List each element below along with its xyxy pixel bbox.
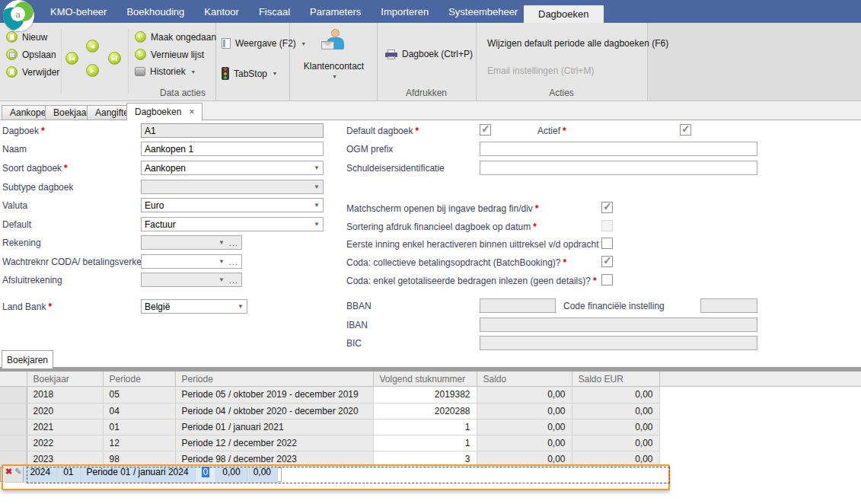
required-marker: * <box>415 126 419 136</box>
refresh-list-button[interactable]: ↻ Vernieuw lijst <box>135 49 204 60</box>
ogm-prefix-field[interactable] <box>480 142 757 156</box>
default-dagboek-checkbox[interactable]: ✓ <box>480 124 491 136</box>
label-bban: BBAN <box>346 301 372 311</box>
menu-item-kantoor[interactable]: Kantoor <box>204 6 239 18</box>
header-indicator <box>0 372 27 387</box>
tab-dagboeken-active[interactable]: Dagboeken × <box>126 103 202 121</box>
table-row[interactable]: 202212 Periode 12 / december 20221 0,000… <box>0 435 659 451</box>
label-soort-dagboek: Soort dagboek <box>2 163 62 174</box>
tabstop-button[interactable]: TabStop ▾ <box>222 67 276 80</box>
print-journal-button[interactable]: Dagboek (Ctrl+P) <box>385 49 473 59</box>
naam-field[interactable] <box>141 142 324 156</box>
label-dagboek: Dagboek <box>2 126 39 136</box>
menu-item-parameters[interactable]: Parameters <box>310 6 361 18</box>
selected-edit-value[interactable]: 0 <box>202 467 210 477</box>
check-icon: ✓ <box>603 200 612 212</box>
soort-dagboek-select[interactable]: Aankopen▼ <box>141 161 324 175</box>
menu-item-kmo-beheer[interactable]: KMO-beheer <box>50 6 107 18</box>
nav-next-button[interactable]: ▶ <box>86 64 99 77</box>
required-marker: * <box>563 257 567 268</box>
wachtreknr-combo[interactable]: ▼ ... <box>141 254 242 269</box>
dropdown-arrow-icon[interactable]: ▼ <box>238 304 244 310</box>
label-schuldeisersidentificatie: Schuldeisersidentificatie <box>346 163 445 174</box>
actief-checkbox[interactable]: ✓ <box>680 124 691 136</box>
dagboek-code-field[interactable] <box>141 123 324 138</box>
dropdown-arrow-icon[interactable]: ▼ <box>218 259 225 265</box>
dropdown-arrow-icon[interactable]: ▼ <box>314 203 320 209</box>
header-periode-omschrijving[interactable]: Periode <box>175 372 373 387</box>
edit-row-icon: ✎ <box>14 467 21 477</box>
header-saldo[interactable]: Saldo <box>477 372 572 387</box>
lookup-ellipsis-button[interactable]: ... <box>229 257 238 266</box>
logo-letter: a <box>11 7 25 21</box>
table-row[interactable]: 202004 Periode 04 / oktober 2020 - decem… <box>0 403 659 419</box>
chevron-down-icon: ▾ <box>273 70 276 77</box>
dropdown-arrow-icon: ▼ <box>314 184 320 190</box>
app-logo-icon[interactable]: a <box>3 0 34 31</box>
default-select[interactable]: Factuur▼ <box>141 217 324 231</box>
tab-boekjaren[interactable]: Boekjaren <box>2 350 53 368</box>
change-default-period-button[interactable]: Wijzigen default periode alle dagboeken … <box>487 38 668 49</box>
delete-icon <box>6 66 18 78</box>
header-periode[interactable]: Periode <box>103 372 175 387</box>
menu-item-dagboeken-active[interactable]: Dagboeken <box>524 5 604 23</box>
header-saldo-eur[interactable]: Saldo EUR <box>572 372 659 387</box>
new-button[interactable]: Nieuw <box>6 31 47 43</box>
history-icon <box>135 67 145 76</box>
coda-collectieve-checkbox[interactable]: ✓ <box>601 256 613 267</box>
menu-item-importeren[interactable]: Importeren <box>381 6 429 18</box>
menu-item-fiscaal[interactable]: Fiscaal <box>259 6 290 18</box>
dropdown-arrow-icon: ▼ <box>218 240 225 246</box>
history-button[interactable]: Historiek ▾ <box>135 66 195 77</box>
nav-first-button[interactable]: ◀ <box>65 52 78 65</box>
matchscherm-checkbox[interactable]: ✓ <box>601 202 613 213</box>
table-row[interactable]: 201805 Periode 05 / oktober 2019 - decem… <box>0 387 659 403</box>
menu-item-systeembeheer[interactable]: Systeembeheer <box>448 6 518 18</box>
save-button[interactable]: Opslaan <box>6 49 56 60</box>
label-actief: Actief <box>537 126 560 136</box>
label-code-financiele-instelling: Code financiële instelling <box>563 301 665 311</box>
required-marker: * <box>563 126 566 136</box>
row-indicator <box>0 387 27 403</box>
group-label-acties: Acties <box>476 88 647 98</box>
delete-row-icon[interactable]: ✖ <box>5 467 12 477</box>
coda-getotaliseerd-checkbox[interactable]: ✓ <box>601 274 613 285</box>
menu-item-boekhouding[interactable]: Boekhouding <box>126 6 184 18</box>
label-ogm-prefix: OGM prefix <box>346 144 393 155</box>
bban-field[interactable] <box>480 298 556 313</box>
iban-field[interactable] <box>480 317 757 332</box>
row-indicator: ✖ ✎ <box>4 467 24 483</box>
land-bank-select[interactable]: België▼ <box>141 299 247 314</box>
ribbon-filler <box>647 23 861 100</box>
valuta-select[interactable]: Euro▼ <box>141 198 324 212</box>
check-icon: ✓ <box>681 123 690 135</box>
undo-button[interactable]: ↶ Maak ongedaan <box>135 31 216 43</box>
header-boekjaar[interactable]: Boekjaar <box>27 372 103 387</box>
save-icon <box>6 49 18 60</box>
code-financiele-instelling-field[interactable] <box>700 298 757 313</box>
table-row[interactable]: 202101 Periode 01 / januari 20211 0,000,… <box>0 419 659 435</box>
dropdown-arrow-icon[interactable]: ▼ <box>314 165 320 171</box>
dropdown-arrow-icon[interactable]: ▼ <box>314 222 320 228</box>
schuldeisersidentificatie-field[interactable] <box>480 161 757 175</box>
prev-icon: ◀ <box>71 56 75 61</box>
close-icon[interactable]: × <box>189 107 194 117</box>
table-row[interactable]: 202398 Periode 98 / december 20233 0,000… <box>0 451 659 467</box>
sub-divider <box>61 29 62 93</box>
table-header-row: Boekjaar Periode Periode Volgend stuknum… <box>0 372 659 387</box>
table-row-selected[interactable]: ✖ ✎ 202401 Periode 01 / januari 2024 0 0… <box>0 467 282 482</box>
nav-last-button[interactable]: ▶ <box>108 52 121 65</box>
delete-button[interactable]: Verwijder <box>6 66 59 78</box>
nav-previous-button[interactable]: ◀ <box>86 40 99 53</box>
bic-field[interactable] <box>480 336 757 350</box>
chevron-down-icon: ▾ <box>192 69 195 75</box>
customer-contact-button[interactable]: Klantencontact ▾ <box>293 26 375 98</box>
sortering-afdruk-checkbox: ✓ <box>601 220 613 231</box>
volgend-stuknummer-edit-cell[interactable]: 0 <box>196 467 217 483</box>
label-afsluitrekening: Afsluitrekening <box>2 275 62 285</box>
eerste-inning-checkbox[interactable]: ✓ <box>601 238 613 249</box>
view-icon <box>222 38 231 49</box>
group-label-afdrukken: Afdrukken <box>377 88 476 98</box>
header-volgend-stuknummer[interactable]: Volgend stuknummer <box>373 372 477 387</box>
label-coda-collectieve: Coda: collectieve betalingsopdracht (Bat… <box>346 257 561 268</box>
